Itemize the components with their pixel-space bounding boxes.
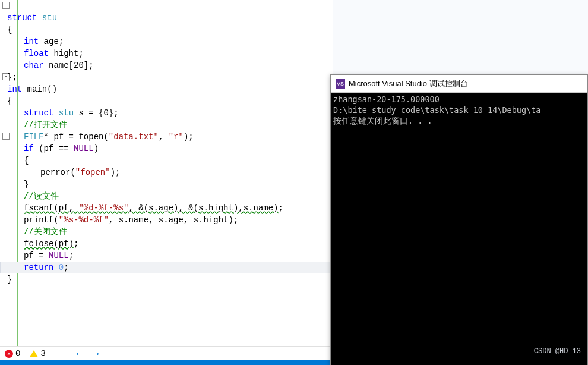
watermark: CSDN @HD_13 [534,347,581,355]
vs-icon: VS [336,79,345,89]
console-title-text: Microsoft Visual Studio 调试控制台 [349,78,468,89]
status-bar: ✕ 0 3 ← → [0,346,333,360]
code-content: struct stu { int age; float hight; char … [7,0,283,297]
debug-console-window[interactable]: VS Microsoft Visual Studio 调试控制台 zhangsa… [330,74,588,365]
nav-back-button[interactable]: ← [77,348,83,360]
console-titlebar[interactable]: VS Microsoft Visual Studio 调试控制台 [331,75,587,93]
nav-forward-button[interactable]: → [93,348,99,360]
error-icon: ✕ [5,350,13,358]
error-count: 0 [15,349,20,358]
warning-count: 3 [40,349,45,358]
console-output: zhangsan-20-175.000000 D:\bite study cod… [331,93,587,127]
bottom-accent-bar [0,360,333,365]
warning-icon [30,350,38,357]
warnings-indicator[interactable]: 3 [30,349,45,358]
code-editor[interactable]: - - - struct stu { int age; float hight;… [0,0,333,351]
errors-indicator[interactable]: ✕ 0 [5,349,20,358]
